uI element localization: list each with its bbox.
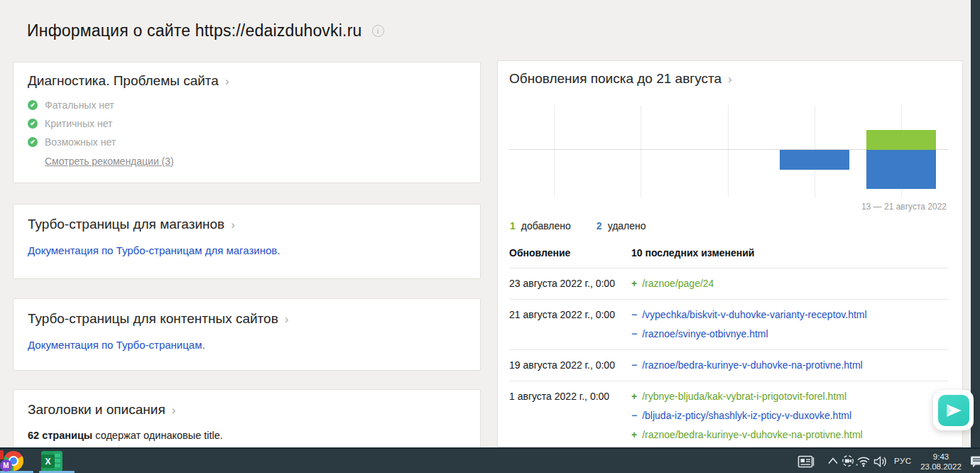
excel-icon[interactable]: X <box>41 451 62 472</box>
volume-icon[interactable] <box>873 455 888 468</box>
changed-page-link[interactable]: /vypechka/biskvit-v-duhovke-varianty-rec… <box>642 309 866 320</box>
gridline <box>554 105 555 197</box>
diagnostics-item-label: Возможных нет <box>45 136 116 148</box>
gridline <box>641 105 641 197</box>
column-header-update: Обновление <box>509 247 631 259</box>
send-icon <box>938 395 969 426</box>
check-icon: ✔ <box>28 137 38 147</box>
legend-added-value: 1 <box>510 220 516 232</box>
diagnostics-list: ✔ Фатальных нет ✔ Критичных нет ✔ Возмож… <box>28 99 466 148</box>
card-search-updates: Обновления поиска до 21 августа › 13 — 2… <box>497 60 963 447</box>
turbo-content-doc-link[interactable]: Документация по Турбо-страницам. <box>28 339 205 351</box>
updates-table-header: Обновление 10 последних изменений <box>509 240 948 268</box>
update-date: 1 августа 2022 г., 0:00 <box>509 387 631 445</box>
turbo-shops-title: Турбо-страницы для магазинов <box>28 217 224 232</box>
diagnostics-item-critical: ✔ Критичных нет <box>28 118 466 129</box>
cut-off-app-icon[interactable] <box>0 450 4 460</box>
titles-title: Заголовки и описания <box>28 402 165 418</box>
wifi-limited-star: * <box>856 462 858 468</box>
taskbar-clock[interactable]: 9:43 23.08.2022 <box>917 452 965 472</box>
chevron-right-icon: › <box>728 72 732 87</box>
changed-page-link[interactable]: /raznoe/bedra-kurinye-v-duhovke-na-proti… <box>642 429 862 440</box>
language-indicator[interactable]: РУС <box>894 457 912 465</box>
changed-page-link[interactable]: /raznoe/bedra-kurinye-v-duhovke-na-proti… <box>642 359 862 371</box>
turbo-content-title: Турбо-страницы для контентных сайтов <box>28 311 278 327</box>
bar-added[interactable] <box>866 130 936 150</box>
updates-table-body: 23 августа 2022 г., 0:00+/raznoe/page/24… <box>509 268 948 450</box>
updates-table: Обновление 10 последних изменений 23 авг… <box>509 240 948 450</box>
card-turbo-shops: Турбо-страницы для магазинов › Документа… <box>13 204 481 279</box>
update-date: 21 августа 2022 г., 0:00 <box>509 305 631 344</box>
diagnostics-item-possible: ✔ Возможных нет <box>28 136 466 148</box>
search-updates-chart <box>509 104 948 197</box>
taskbar: M X * РУС 9:43 23.08.2022 <box>0 447 980 473</box>
minus-icon: − <box>631 309 637 320</box>
change-line: −/raznoe/bedra-kurinye-v-duhovke-na-prot… <box>631 356 863 375</box>
titles-title-link[interactable]: Заголовки и описания › <box>28 402 175 418</box>
changed-page-link[interactable]: /raznoe/page/24 <box>642 278 714 289</box>
chat-widget-button[interactable] <box>933 390 974 430</box>
search-updates-title: Обновления поиска до 21 августа <box>509 71 722 87</box>
gridline <box>728 105 729 197</box>
change-line: +/raznoe/page/24 <box>631 274 714 293</box>
change-line: +/rybnye-bljuda/kak-vybrat-i-prigotovit-… <box>631 387 863 406</box>
turbo-content-title-link[interactable]: Турбо-страницы для контентных сайтов › <box>28 311 288 327</box>
column-header-changes: 10 последних изменений <box>631 247 754 259</box>
diagnostics-item-label: Фатальных нет <box>45 99 114 111</box>
table-row: 23 августа 2022 г., 0:00+/raznoe/page/24 <box>509 268 948 299</box>
page-title: Информация о сайте https://edaizduhovki.… <box>27 21 362 40</box>
plus-icon: + <box>631 391 637 402</box>
table-row: 21 августа 2022 г., 0:00−/vypechka/biskv… <box>509 299 948 349</box>
legend-added: 1 добавлено <box>510 220 571 232</box>
change-line: +/raznoe/bedra-kurinye-v-duhovke-na-prot… <box>631 425 863 445</box>
changed-page-link[interactable]: /raznoe/svinye-otbivnye.html <box>642 328 768 339</box>
recommendations-link[interactable]: Смотреть рекомендации (3) <box>45 156 174 167</box>
change-line: −/vypechka/biskvit-v-duhovke-varianty-re… <box>631 305 867 325</box>
minus-icon: − <box>631 328 637 339</box>
news-icon[interactable] <box>797 455 815 469</box>
change-line: −/bljuda-iz-pticy/shashlyk-iz-pticy-v-du… <box>631 406 863 425</box>
chart-date-range: 13 — 21 августа 2022 <box>861 202 947 212</box>
info-icon[interactable]: i <box>372 25 384 37</box>
action-center-icon[interactable] <box>970 455 980 469</box>
page-header: Информация о сайте https://edaizduhovki.… <box>27 21 384 40</box>
diagnostics-title-link[interactable]: Диагностика. Проблемы сайта › <box>28 73 229 89</box>
titles-summary: 62 страницы содержат одинаковые title. <box>28 430 466 441</box>
profile-badge-m: M <box>0 460 12 472</box>
titles-count: 62 страницы <box>28 430 92 441</box>
table-row: 19 августа 2022 г., 0:00−/raznoe/bedra-k… <box>509 349 948 381</box>
clock-date: 23.08.2022 <box>917 462 965 472</box>
change-line: −/raznoe/svinye-otbivnye.html <box>631 325 867 344</box>
clock-time: 9:43 <box>917 452 965 462</box>
bar-deleted[interactable] <box>866 150 936 189</box>
check-icon: ✔ <box>28 100 38 110</box>
diagnostics-title: Диагностика. Проблемы сайта <box>28 73 219 89</box>
turbo-shops-doc-link[interactable]: Документация по Турбо-страницам для мага… <box>28 244 280 256</box>
chart-legend: 1 добавлено 2 удалено <box>510 220 646 232</box>
legend-deleted-value: 2 <box>597 220 602 232</box>
diagnostics-item-label: Критичных нет <box>45 118 112 129</box>
legend-deleted: 2 удалено <box>597 220 646 232</box>
update-date: 23 августа 2022 г., 0:00 <box>509 274 631 293</box>
chevron-right-icon: › <box>231 218 235 232</box>
card-diagnostics: Диагностика. Проблемы сайта › ✔ Фатальны… <box>13 62 481 183</box>
bar-deleted[interactable] <box>780 150 849 170</box>
chevron-right-icon: › <box>285 312 289 327</box>
legend-added-label: добавлено <box>521 220 571 232</box>
turbo-shops-title-link[interactable]: Турбо-страницы для магазинов › <box>28 217 235 232</box>
wifi-icon[interactable]: * <box>856 456 871 467</box>
chevron-up-icon[interactable] <box>828 457 838 464</box>
titles-summary-rest: содержат одинаковые title. <box>92 430 223 441</box>
meet-now-icon[interactable] <box>842 454 854 468</box>
changed-page-link[interactable]: /bljuda-iz-pticy/shashlyk-iz-pticy-v-dux… <box>642 410 851 421</box>
plus-icon: + <box>631 278 637 289</box>
update-date: 19 августа 2022 г., 0:00 <box>509 356 631 375</box>
minus-icon: − <box>631 410 637 421</box>
chevron-right-icon: › <box>172 403 176 418</box>
changed-page-link[interactable]: /rybnye-bljuda/kak-vybrat-i-prigotovit-f… <box>642 391 846 402</box>
chevron-right-icon: › <box>225 75 229 89</box>
plus-icon: + <box>631 429 637 440</box>
table-row: 1 августа 2022 г., 0:00+/rybnye-bljuda/k… <box>509 381 948 450</box>
search-updates-title-link[interactable]: Обновления поиска до 21 августа › <box>509 71 732 87</box>
legend-deleted-label: удалено <box>608 220 646 232</box>
